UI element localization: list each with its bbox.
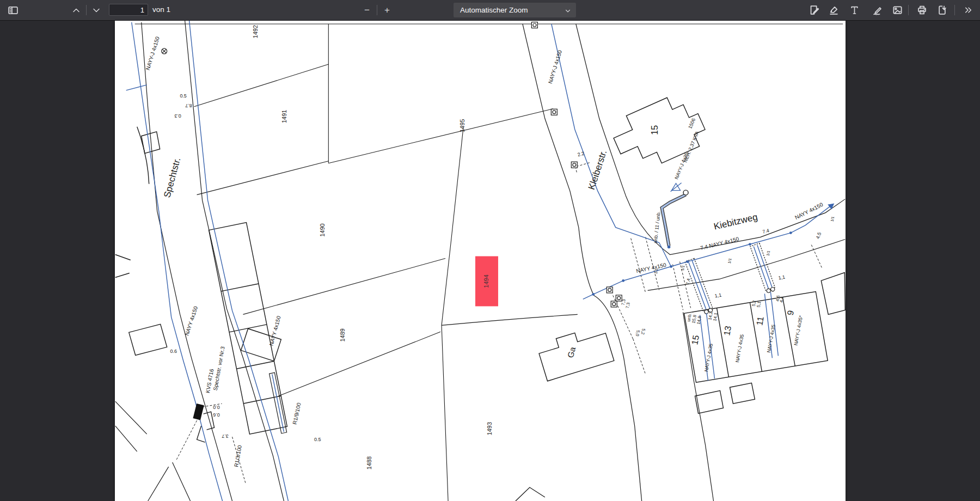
- map-label: 9: [786, 309, 795, 316]
- sidebar-toggle-icon: [8, 5, 18, 15]
- service-triangle-symbol: [671, 183, 682, 192]
- zoom-level-select[interactable]: Automatischer Zoom: [454, 3, 576, 17]
- save-button[interactable]: [934, 3, 950, 17]
- text-tool-icon: [849, 5, 860, 15]
- map-label: unb. / 11 / unb.: [653, 211, 661, 243]
- map-label: Spechtstr.: [162, 156, 182, 199]
- map-label: 0.6: [170, 349, 176, 354]
- map-label: 1488: [366, 456, 372, 469]
- map-label: 1/1: [681, 265, 685, 271]
- house-connection-circle: [683, 190, 688, 195]
- zoom-out-button[interactable]: −: [359, 3, 375, 17]
- zoom-in-icon: +: [384, 5, 390, 15]
- map-label: 4,4: [779, 296, 785, 303]
- map-label: 0.3: [174, 113, 181, 119]
- map-label: 15: [650, 125, 659, 135]
- map-label: Spechtstr. vor Nr.3: [212, 346, 226, 391]
- text-tool-button[interactable]: [847, 3, 862, 17]
- image-tool-icon: [892, 5, 903, 15]
- map-label: 1492: [252, 25, 259, 38]
- map-label: 5,0: [635, 330, 641, 337]
- map-label: 0.0: [213, 405, 219, 410]
- map-label: R1/9/100: [291, 402, 302, 425]
- pdf-viewer-area[interactable]: 1494 1492149114951490148914881493Spechts…: [0, 21, 980, 501]
- cadastral-map: 1494 1492149114951490148914881493Spechts…: [115, 21, 846, 501]
- save-icon: [937, 5, 947, 15]
- kvs-cabinet: [193, 404, 204, 420]
- map-label: NAYY-J 4x35: [734, 334, 745, 363]
- map-label: 7,3: [625, 302, 631, 309]
- draw-tool-icon: [872, 5, 883, 15]
- map-label: 5,2: [640, 328, 646, 335]
- map-label: 1,1: [778, 274, 786, 280]
- map-label: 1/1: [727, 258, 732, 264]
- map-label: 11: [755, 316, 765, 326]
- service-cable-thick: [662, 195, 686, 246]
- chevron-down-icon: [92, 6, 101, 15]
- sidebar-toggle-button[interactable]: [5, 3, 21, 17]
- toolbar-separator: [954, 5, 955, 15]
- map-label: 5,1: [756, 301, 762, 308]
- map-label: 4.5: [815, 231, 823, 240]
- parcel-highlight[interactable]: 1494: [475, 256, 498, 307]
- map-label: Ga: [566, 345, 578, 358]
- image-tool-button[interactable]: [890, 3, 905, 17]
- map-label: 1/1: [830, 216, 835, 222]
- map-label: NAYY-J 4x35: [766, 324, 776, 353]
- chevron-down-icon: [565, 8, 571, 14]
- previous-page-button[interactable]: [69, 3, 84, 17]
- highlighter-icon: [829, 5, 839, 15]
- map-label: 7.4: [762, 228, 770, 235]
- map-label: 0.6: [213, 412, 219, 418]
- toolbar-separator: [908, 5, 909, 15]
- map-label: 1/1: [766, 250, 771, 256]
- map-label: 1491: [281, 110, 287, 123]
- cable-arrowhead: [828, 204, 834, 210]
- map-label: 1489: [339, 328, 346, 341]
- map-label: 1493: [486, 422, 493, 435]
- map-label: 13: [722, 325, 733, 337]
- page-number-input[interactable]: [109, 4, 148, 16]
- highlight-label: 1494: [483, 274, 489, 288]
- signature-icon: [809, 5, 819, 15]
- map-label: 14,8: [696, 315, 702, 325]
- map-label: 0.5: [180, 93, 186, 99]
- dashed-measure-lines: [176, 163, 823, 484]
- map-label: NAYY 4x150: [268, 315, 281, 346]
- map-label: R1/3/100: [233, 444, 243, 467]
- map-label: 2.2: [577, 150, 585, 157]
- map-label: 3.7: [222, 433, 228, 439]
- map-label: NAYY 4x150: [794, 201, 824, 221]
- zoom-level-value: Automatischer Zoom: [460, 6, 528, 14]
- map-label: 0.5: [314, 437, 321, 442]
- map-label: NAYY 4x150: [183, 305, 199, 336]
- map-label: 8.7: [185, 103, 192, 108]
- print-button[interactable]: [914, 3, 929, 17]
- map-label: 1/1: [654, 268, 659, 274]
- zoom-out-icon: −: [364, 5, 370, 15]
- map-label: 1506: [687, 118, 696, 130]
- more-tools-icon: [964, 5, 973, 15]
- chevron-up-icon: [72, 6, 81, 15]
- map-label: NAYY-J 4x150: [145, 35, 161, 71]
- map-label: 1495: [459, 119, 465, 132]
- toolbar-separator: [377, 5, 377, 15]
- draw-tool-button[interactable]: [869, 3, 885, 17]
- map-label: 1,1: [714, 292, 722, 298]
- print-icon: [917, 5, 927, 15]
- signature-tool-button[interactable]: [806, 3, 822, 17]
- map-label: 14,1: [712, 312, 719, 321]
- toolbar-separator: [86, 5, 87, 15]
- map-label: Kiebitzweg: [713, 212, 758, 232]
- next-page-button[interactable]: [89, 3, 104, 17]
- more-tools-button[interactable]: [960, 3, 976, 17]
- pdf-toolbar: von 1 − + Automatischer Zoom: [0, 0, 980, 21]
- map-label: 1490: [319, 223, 326, 236]
- page-count-label: von 1: [152, 5, 170, 14]
- highlight-tool-button[interactable]: [826, 3, 841, 17]
- zoom-in-button[interactable]: +: [379, 3, 395, 17]
- pdf-page[interactable]: 1494 1492149114951490148914881493Spechts…: [115, 21, 846, 501]
- map-label: 15: [690, 334, 701, 346]
- map-label: NAYY-J 4x35*: [793, 315, 804, 346]
